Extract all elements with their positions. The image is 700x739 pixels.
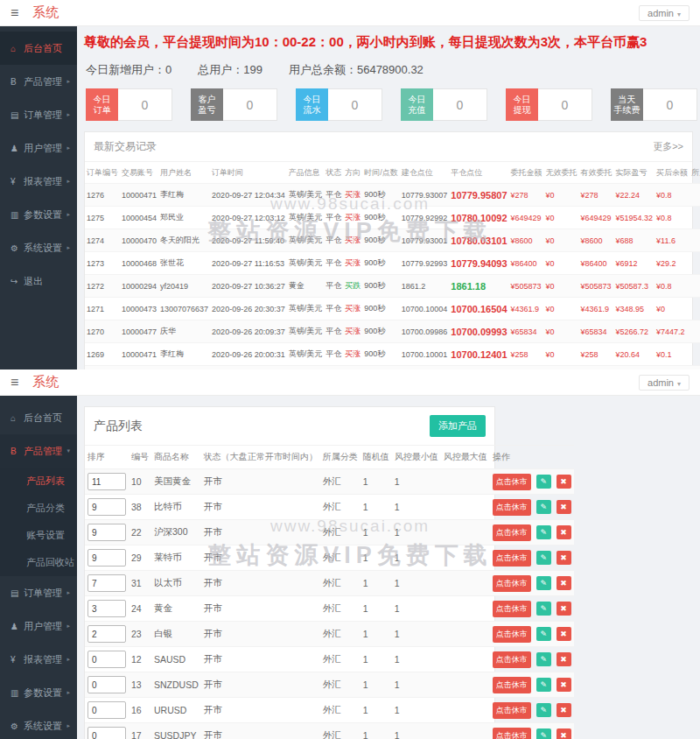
close-market-button[interactable]: 点击休市 bbox=[493, 550, 531, 567]
close-market-button[interactable]: 点击休市 bbox=[493, 651, 531, 668]
sort-input[interactable] bbox=[88, 600, 126, 617]
delete-button[interactable]: ✖ bbox=[556, 703, 571, 717]
delete-button[interactable]: ✖ bbox=[556, 652, 571, 666]
sidebar-item[interactable]: ↪ 退出 bbox=[0, 264, 77, 298]
table-row: 1272 10000294 yf20419 2020-09-27 10:36:2… bbox=[85, 275, 700, 298]
user-dropdown[interactable]: admin▾ bbox=[639, 375, 690, 391]
cell-risk-min: 1 bbox=[392, 622, 441, 647]
cell-risk-max bbox=[441, 672, 490, 698]
edit-button[interactable]: ✎ bbox=[536, 728, 551, 739]
more-link[interactable]: 更多>> bbox=[653, 140, 683, 153]
sidebar-item-home[interactable]: ⌂ 后台首页 bbox=[0, 401, 77, 434]
user-dropdown[interactable]: admin▾ bbox=[639, 5, 690, 21]
delete-button[interactable]: ✖ bbox=[556, 678, 571, 692]
sidebar-item[interactable]: ▥ 参数设置 ▸ bbox=[0, 198, 77, 231]
column-header: 时间/点数 bbox=[362, 162, 400, 184]
sort-input[interactable] bbox=[88, 651, 126, 668]
close-market-button[interactable]: 点击休市 bbox=[493, 575, 531, 592]
close-market-button[interactable]: 点击休市 bbox=[493, 499, 531, 516]
sidebar-item[interactable]: ⚙ 系统设置 ▸ bbox=[0, 231, 77, 264]
edit-button[interactable]: ✎ bbox=[536, 551, 551, 565]
cell-valid: ¥505873 bbox=[579, 275, 614, 298]
menu-item-icon: ♟ bbox=[10, 144, 24, 153]
close-market-button[interactable]: 点击休市 bbox=[493, 677, 531, 693]
menu-toggle-icon[interactable]: ≡ bbox=[10, 375, 18, 391]
cell-product-name: SUSDJPY bbox=[151, 723, 201, 739]
table-row: 29 莱特币 开市 外汇 1 1 点击休市 ✎ ✖ bbox=[85, 545, 574, 571]
cell-category: 外汇 bbox=[320, 495, 360, 520]
sidebar-subitem[interactable]: 产品回收站 bbox=[0, 549, 77, 576]
sort-input[interactable] bbox=[88, 625, 126, 643]
chevron-right-icon: ▸ bbox=[66, 656, 70, 663]
close-market-button[interactable]: 点击休市 bbox=[493, 728, 531, 739]
cell-amount: ¥8600 bbox=[509, 229, 544, 252]
column-header: 状态 bbox=[324, 162, 343, 184]
sidebar-item[interactable]: ⌂ 后台首页 bbox=[0, 32, 77, 65]
sidebar-subitem[interactable]: 产品列表 bbox=[0, 468, 77, 495]
cell-balance: ¥0.1 bbox=[654, 343, 690, 366]
delete-button[interactable]: ✖ bbox=[556, 525, 571, 539]
sort-input[interactable] bbox=[88, 727, 126, 739]
sidebar-item[interactable]: ¥ 报表管理 ▸ bbox=[0, 643, 77, 676]
close-market-button[interactable]: 点击休市 bbox=[493, 524, 531, 541]
sidebar-item[interactable]: ▥ 参数设置 ▸ bbox=[0, 676, 77, 709]
sidebar-item[interactable]: Ƀ 产品管理 ▸ bbox=[0, 65, 77, 98]
sort-input[interactable] bbox=[88, 701, 126, 719]
sidebar-item[interactable]: ▤ 订单管理 ▸ bbox=[0, 576, 77, 609]
sidebar-item[interactable]: ▤ 订单管理 ▸ bbox=[0, 98, 77, 131]
edit-button[interactable]: ✎ bbox=[536, 576, 551, 590]
close-market-button[interactable]: 点击休市 bbox=[493, 626, 531, 643]
edit-button[interactable]: ✎ bbox=[536, 602, 551, 616]
delete-button[interactable]: ✖ bbox=[556, 728, 571, 739]
menu-toggle-icon[interactable]: ≡ bbox=[10, 5, 18, 21]
cell-valid: ¥258 bbox=[579, 343, 614, 366]
cell-random-value: 1 bbox=[360, 647, 392, 672]
delete-button[interactable]: ✖ bbox=[556, 627, 571, 641]
stat-label: 今日新增用户： bbox=[86, 63, 165, 76]
cell-risk-min: 1 bbox=[392, 596, 441, 622]
sidebar-subitem[interactable]: 产品分类 bbox=[0, 495, 77, 522]
sidebar-item-products[interactable]: Ƀ 产品管理 ▾ bbox=[0, 434, 77, 468]
cell-agent bbox=[690, 343, 700, 366]
delete-button[interactable]: ✖ bbox=[556, 602, 571, 616]
sort-input[interactable] bbox=[88, 473, 126, 490]
stat-box: 今日提现 0 bbox=[506, 88, 592, 121]
sidebar-item[interactable]: ♟ 用户管理 ▸ bbox=[0, 609, 77, 643]
edit-button[interactable]: ✎ bbox=[536, 652, 551, 666]
delete-button[interactable]: ✖ bbox=[556, 475, 571, 489]
sort-input[interactable] bbox=[88, 676, 126, 693]
delete-button[interactable]: ✖ bbox=[556, 551, 571, 565]
sidebar-item[interactable]: ¥ 报表管理 ▸ bbox=[0, 165, 77, 198]
cell-product-name: 白银 bbox=[151, 622, 201, 647]
cell-profit: ¥5266.72 bbox=[614, 320, 655, 343]
edit-button[interactable]: ✎ bbox=[536, 525, 551, 539]
close-market-button[interactable]: 点击休市 bbox=[493, 702, 531, 719]
sort-input[interactable] bbox=[88, 524, 126, 541]
edit-button[interactable]: ✎ bbox=[536, 627, 551, 641]
delete-button[interactable]: ✖ bbox=[556, 500, 571, 514]
add-product-button[interactable]: 添加产品 bbox=[430, 415, 486, 437]
edit-button[interactable]: ✎ bbox=[536, 500, 551, 514]
cell-open-point: 10700.10004 bbox=[400, 298, 450, 320]
sidebar-item[interactable]: ⚙ 系统设置 ▸ bbox=[0, 709, 77, 739]
chevron-right-icon: ▸ bbox=[66, 111, 70, 118]
edit-button[interactable]: ✎ bbox=[536, 678, 551, 692]
delete-icon: ✖ bbox=[560, 655, 567, 664]
cell-category: 外汇 bbox=[320, 672, 360, 698]
close-market-button[interactable]: 点击休市 bbox=[493, 474, 531, 490]
sidebar-item[interactable]: ♟ 用户管理 ▸ bbox=[0, 131, 77, 165]
delete-button[interactable]: ✖ bbox=[556, 576, 571, 590]
sort-input[interactable] bbox=[88, 549, 126, 567]
sort-input[interactable] bbox=[88, 498, 126, 516]
sort-input[interactable] bbox=[88, 574, 126, 592]
dashboard-panel: ≡ 系统 admin▾ ⌂ 后台首页 Ƀ 产品管理 ▸ bbox=[0, 0, 700, 370]
sidebar-subitem[interactable]: 账号设置 bbox=[0, 522, 77, 549]
products-panel: ≡ 系统 admin▾ ⌂ 后台首页 Ƀ 产品管理 ▾ 产品列表 bbox=[0, 370, 700, 739]
column-header: 状态（大盘正常开市时间内） bbox=[201, 446, 320, 469]
close-market-button[interactable]: 点击休市 bbox=[493, 601, 531, 617]
column-header: 买后余额 bbox=[654, 162, 690, 184]
edit-button[interactable]: ✎ bbox=[536, 703, 551, 717]
edit-button[interactable]: ✎ bbox=[536, 475, 551, 489]
cell-username: 郑民业 bbox=[158, 207, 210, 229]
edit-icon: ✎ bbox=[540, 477, 547, 486]
